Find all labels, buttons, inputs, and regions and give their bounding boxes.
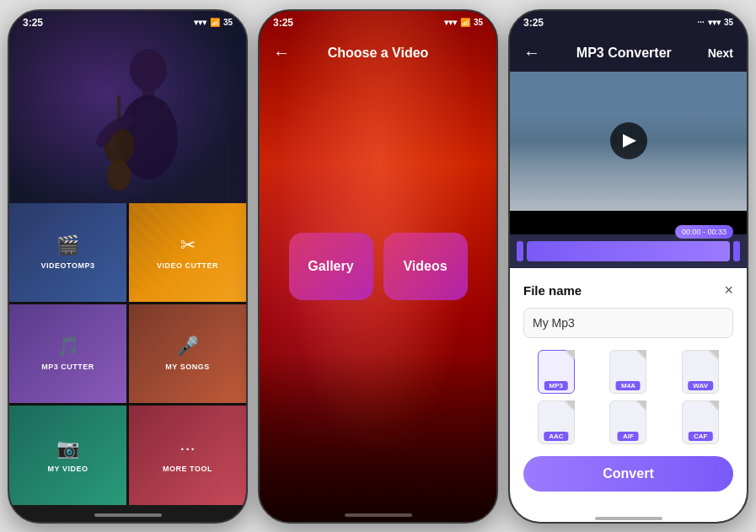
phone1-home-indicator [94, 513, 162, 517]
aac-badge: AAC [544, 432, 568, 441]
choose-buttons-container: Gallery Videos [289, 233, 468, 300]
wifi-icon3: ▾▾▾ [708, 18, 721, 27]
phone-2: 3:25 ▾▾▾ 📶 35 ← Choose a Video Gallery V… [258, 9, 498, 524]
caf-file-ear [710, 400, 719, 410]
moretool-icon: ··· [180, 438, 195, 459]
format-caf[interactable]: CAF [668, 400, 733, 444]
close-button[interactable]: × [724, 282, 733, 299]
file-name-input[interactable] [523, 308, 733, 338]
video-preview [510, 72, 747, 211]
mp3cutter-label: MP3 CUTTER [41, 363, 94, 371]
phone2-screen: 3:25 ▾▾▾ 📶 35 ← Choose a Video Gallery V… [260, 11, 496, 522]
format-mp3[interactable]: MP3 [523, 350, 589, 394]
play-icon [623, 134, 636, 148]
timeline-area [510, 234, 747, 268]
moretool-label: MORE TOOL [163, 465, 212, 473]
timeline-handle-left[interactable] [517, 241, 523, 261]
caf-badge: CAF [689, 432, 712, 441]
phone1-screen: 3:25 ▾▾▾ 📶 35 [9, 11, 246, 522]
convert-button[interactable]: Convert [523, 456, 733, 492]
videos-button[interactable]: Videos [383, 233, 468, 300]
phone1-time: 3:25 [23, 17, 43, 29]
phone3-next-button[interactable]: Next [708, 46, 733, 60]
aac-file-icon: AAC [538, 400, 575, 444]
time-range-badge: 00:00 - 00:33 [675, 225, 733, 239]
mp3cutter-icon: 🎵 [56, 336, 79, 357]
wav-badge: WAV [688, 381, 713, 390]
phone-1: 3:25 ▾▾▾ 📶 35 [8, 9, 248, 524]
svg-point-4 [107, 160, 131, 191]
phone2-time: 3:25 [273, 17, 293, 29]
grid-item-mysongs[interactable]: 🎤 MY SONGS [129, 304, 246, 403]
aac-file-ear [566, 400, 575, 410]
app-grid: 🎬 VIDEOTOMP3 ✂ VIDEO CUTTER 🎵 MP3 CUTTER… [9, 203, 246, 505]
phone1-status-icons: ▾▾▾ 📶 35 [194, 18, 233, 27]
wav-file-icon: WAV [682, 350, 719, 394]
mp3-badge: MP3 [544, 381, 568, 390]
timeline-handle-right[interactable] [733, 241, 740, 261]
aif-badge: AIF [618, 432, 639, 441]
videocutter-icon: ✂ [180, 234, 196, 256]
file-name-title: File name [523, 283, 582, 298]
grid-item-mp3cutter[interactable]: 🎵 MP3 CUTTER [9, 304, 126, 403]
phone2-status-bar: 3:25 ▾▾▾ 📶 35 [260, 11, 496, 35]
gallery-button[interactable]: Gallery [289, 233, 373, 300]
videocutter-label: VIDEO CUTTER [157, 261, 218, 270]
battery-label2: 35 [474, 18, 483, 27]
aif-file-icon: AIF [609, 400, 646, 444]
signal-icon2: 📶 [460, 18, 470, 27]
phone2-topbar: ← Choose a Video [260, 35, 496, 72]
battery-label3: 35 [724, 18, 733, 27]
wifi-icon: ▾▾▾ [194, 18, 206, 27]
phone3-time: 3:25 [523, 17, 544, 29]
phone3-title: MP3 Converter [576, 46, 672, 61]
phone2-status-icons: ▾▾▾ 📶 35 [444, 18, 483, 27]
format-aif[interactable]: AIF [596, 400, 662, 444]
svg-point-0 [130, 49, 167, 91]
battery-label: 35 [223, 18, 233, 27]
phone3-status-icons: ··· ▾▾▾ 35 [698, 18, 733, 27]
file-name-header: File name × [523, 282, 733, 299]
videotomp3-label: VIDEOTOMP3 [41, 261, 95, 270]
phone3-home-indicator [595, 517, 662, 520]
phone3-screen: 3:25 ··· ▾▾▾ 35 ← MP3 Converter Next 00:… [510, 11, 747, 522]
grid-item-myvideo[interactable]: 📷 MY VIDEO [9, 406, 126, 504]
format-m4a[interactable]: M4A [596, 350, 662, 394]
myvideo-icon: 📷 [56, 438, 79, 459]
phone2-title: Choose a Video [328, 46, 429, 61]
phone3-status-bar: 3:25 ··· ▾▾▾ 35 [510, 11, 747, 35]
mp3-file-ear [566, 350, 575, 359]
mysongs-icon: 🎤 [176, 336, 199, 357]
hero-image [9, 11, 246, 213]
phone2-home-indicator [345, 513, 412, 517]
grid-item-videotomp3[interactable]: 🎬 VIDEOTOMP3 [9, 203, 126, 302]
play-button[interactable] [610, 122, 647, 159]
wifi-icon2: ▾▾▾ [444, 18, 457, 27]
mp3-file-icon: MP3 [538, 350, 575, 394]
phone1-status-bar: 3:25 ▾▾▾ 📶 35 [9, 11, 246, 35]
caf-file-icon: CAF [682, 400, 719, 444]
signal-icon: 📶 [210, 18, 220, 27]
format-grid: MP3 M4A WAV [523, 350, 733, 444]
grid-item-videocutter[interactable]: ✂ VIDEO CUTTER [129, 203, 246, 302]
crowd-overlay [260, 353, 496, 522]
m4a-file-icon: M4A [609, 350, 646, 394]
person-silhouette [81, 45, 199, 213]
ellipsis-icon: ··· [698, 18, 705, 27]
phone-3: 3:25 ··· ▾▾▾ 35 ← MP3 Converter Next 00:… [508, 9, 748, 524]
m4a-badge: M4A [616, 381, 641, 390]
bottom-sheet: File name × MP3 M4A [510, 268, 747, 522]
grid-item-moretool[interactable]: ··· MORE TOOL [129, 406, 246, 504]
format-wav[interactable]: WAV [668, 350, 733, 394]
myvideo-label: MY VIDEO [48, 465, 88, 473]
phone2-back-button[interactable]: ← [273, 43, 290, 62]
format-aac[interactable]: AAC [523, 400, 589, 444]
phone3-back-button[interactable]: ← [523, 43, 540, 62]
m4a-file-ear [637, 350, 646, 359]
timeline-bar[interactable] [527, 241, 730, 261]
wav-file-ear [710, 350, 719, 359]
videotomp3-icon: 🎬 [56, 234, 79, 256]
phone3-topbar: ← MP3 Converter Next [510, 35, 747, 72]
mysongs-label: MY SONGS [165, 363, 209, 371]
aif-file-ear [637, 400, 646, 410]
